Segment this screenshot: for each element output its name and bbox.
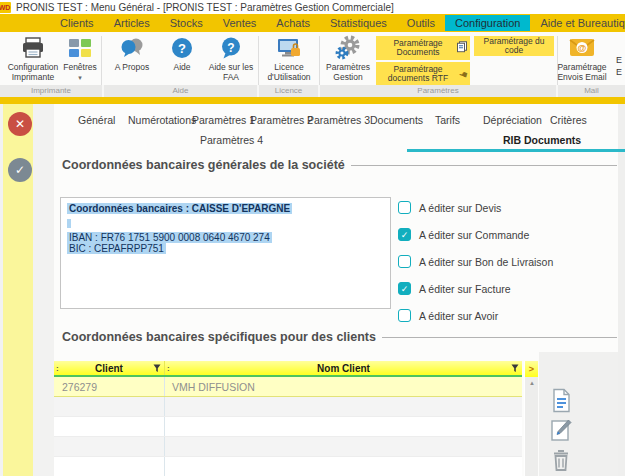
parametrage-email-label: Paramétrage Envois Email (557, 62, 606, 82)
column-edge-mark: : (167, 364, 170, 373)
table-row-selected[interactable]: 276279 VMH DIFFUSION (54, 377, 522, 397)
table-row-empty[interactable] (54, 417, 522, 437)
app-logo-icon: WD (0, 2, 11, 13)
email-envelope-icon: @ (552, 34, 612, 62)
section-title: Coordonnées bancaires générales de la so… (62, 158, 345, 172)
checkbox-row-avoir[interactable]: A éditer sur Avoir (398, 309, 498, 322)
checkbox-devis[interactable] (398, 201, 411, 214)
column-chooser-button[interactable]: > (524, 361, 538, 377)
right-edge-strip (618, 104, 625, 476)
table-vertical-scrollbar[interactable]: ▲ (524, 377, 538, 476)
parametrage-documents-label: Paramétrage Documents (380, 39, 456, 58)
gears-icon (321, 34, 375, 62)
checkbox-avoir-label: A éditer sur Avoir (419, 310, 498, 322)
svg-text:?: ? (178, 41, 186, 56)
group-label-aide: Aide (104, 86, 257, 95)
ribbon-separator (258, 36, 259, 86)
question-circle-icon: ? (160, 34, 204, 62)
menu-item-ventes[interactable]: Ventes (213, 15, 267, 31)
ribbon-toolbar: Configuration Imprimante Fenêtres ▾ (0, 32, 625, 97)
parametrage-rtf-button[interactable]: Paramétrage documents RTF ☛ (376, 62, 470, 86)
config-imprimante-button[interactable]: Configuration Imprimante (4, 34, 62, 82)
config-imprimante-label: Configuration Imprimante (8, 62, 59, 82)
checkbox-avoir[interactable] (398, 309, 411, 322)
menu-item-stocks[interactable]: Stocks (160, 15, 213, 31)
validate-circle-button[interactable]: ✓ (8, 158, 32, 182)
menu-item-aide-bureautique[interactable]: Aide et Bureautique (530, 15, 625, 31)
checkbox-row-bon-livraison[interactable]: A éditer sur Bon de Livraison (398, 255, 553, 268)
column-separator (164, 397, 165, 416)
new-record-button[interactable] (549, 387, 573, 413)
column-header-client[interactable]: : Client (54, 361, 164, 375)
svg-text:@: @ (578, 43, 587, 53)
checkbox-row-commande[interactable]: ✓ A éditer sur Commande (398, 228, 529, 241)
tab-parametres-2[interactable]: Paramètres 2 (250, 114, 313, 126)
menu-item-statistiques[interactable]: Statistiques (320, 15, 397, 31)
title-bar: WD PRONIS TEST : Menu Général - [PRONIS … (0, 0, 625, 14)
column-separator (164, 377, 165, 396)
aide-button[interactable]: ? Aide (160, 34, 204, 73)
a-propos-label: A Propos (115, 62, 150, 72)
checkbox-bon-livraison-label: A éditer sur Bon de Livraison (419, 256, 553, 268)
cancel-circle-button[interactable]: ✕ (8, 112, 32, 136)
menu-item-achats[interactable]: Achats (266, 15, 320, 31)
tab-parametres-4[interactable]: Paramètres 4 (200, 134, 263, 146)
section-heading-specifiques: Coordonnées bancaires spécifiques pour d… (62, 330, 617, 344)
column-separator (164, 457, 165, 476)
parametrage-email-button[interactable]: @ Paramétrage Envois Email (552, 34, 612, 82)
parametrage-code-label: Paramétrage du code (478, 37, 550, 56)
tab-depreciation[interactable]: Dépréciation (483, 114, 542, 126)
cell-nom-client: VMH DIFFUSION (172, 381, 255, 393)
group-label-imprimante: Imprimante (0, 86, 102, 95)
checkbox-bon-livraison[interactable] (398, 255, 411, 268)
tab-documents[interactable]: Documents (370, 114, 423, 126)
menu-item-outils[interactable]: Outils (397, 15, 445, 31)
edit-record-button[interactable] (549, 417, 573, 443)
table-row-empty[interactable] (54, 437, 522, 457)
licence-button[interactable]: Licence d'Utilisation (260, 34, 318, 82)
parametrage-documents-button[interactable]: Paramétrage Documents (376, 36, 470, 60)
tab-rib-documents[interactable]: RIB Documents (503, 134, 581, 146)
fenetres-button[interactable]: Fenêtres ▾ (60, 34, 100, 82)
bank-name-line: Coordonnées bancaires : CAISSE D'EPARGNE (67, 203, 292, 214)
group-label-parametres: Paramètres (320, 86, 556, 95)
printer-icon (4, 34, 62, 62)
tab-criteres[interactable]: Critères (550, 114, 587, 126)
scroll-up-arrow-icon[interactable]: ▲ (525, 380, 539, 386)
check-icon: ✓ (15, 163, 25, 177)
tab-parametres-1[interactable]: Paramètres 1 (192, 114, 255, 126)
aide-faa-button[interactable]: ? Aide sur les FAA (204, 34, 258, 82)
table-row-empty[interactable] (54, 457, 522, 476)
window-title: PRONIS TEST : Menu Général - [PRONIS TES… (16, 2, 394, 13)
table-row-empty[interactable] (54, 397, 522, 417)
menu-item-clients[interactable]: Clients (50, 15, 104, 31)
filter-funnel-icon[interactable] (511, 364, 519, 375)
checkbox-facture[interactable]: ✓ (398, 282, 411, 295)
tab-tarifs[interactable]: Tarifs (435, 114, 460, 126)
clipped-ribbon-button[interactable]: E E (616, 54, 622, 78)
parametres-gestion-label: Paramètres Gestion (326, 62, 370, 82)
filter-funnel-icon[interactable] (153, 364, 161, 375)
licence-label: Licence d'Utilisation (267, 62, 310, 82)
menu-item-configuration[interactable]: Configuration (445, 15, 530, 31)
documents-stack-icon (456, 41, 468, 56)
column-header-nom-client[interactable]: : Nom Client (164, 361, 522, 375)
bank-details-textarea[interactable]: Coordonnées bancaires : CAISSE D'EPARGNE… (60, 197, 391, 309)
heading-rule (351, 165, 617, 166)
new-document-icon (551, 388, 572, 413)
menu-item-articles[interactable]: Articles (104, 15, 160, 31)
application-window: WD PRONIS TEST : Menu Général - [PRONIS … (0, 0, 625, 476)
a-propos-button[interactable]: A Propos (104, 34, 160, 73)
x-icon: ✕ (15, 117, 25, 131)
parametrage-code-button[interactable]: Paramétrage du code (474, 36, 554, 56)
checkbox-row-facture[interactable]: ✓ A éditer sur Facture (398, 282, 511, 295)
checkbox-commande-label: A éditer sur Commande (419, 229, 529, 241)
group-label-mail: Mail (558, 86, 625, 95)
delete-record-button[interactable] (549, 447, 573, 473)
checkbox-row-devis[interactable]: A éditer sur Devis (398, 201, 501, 214)
tab-numerotations[interactable]: Numérotations (128, 114, 196, 126)
tab-general[interactable]: Général (78, 114, 115, 126)
tab-parametres-3[interactable]: Paramètres 3 (307, 114, 370, 126)
checkbox-commande[interactable]: ✓ (398, 228, 411, 241)
parametres-gestion-button[interactable]: Paramètres Gestion (321, 34, 375, 82)
